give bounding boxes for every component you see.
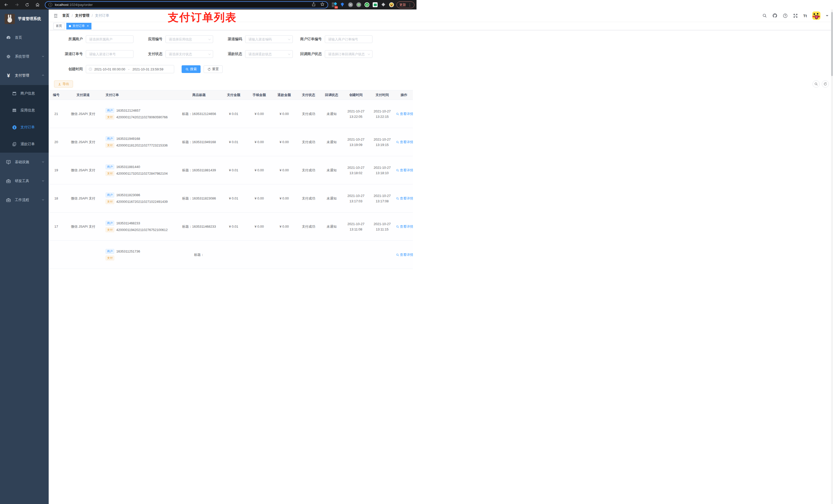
- export-button-label: 导出: [63, 82, 69, 86]
- sidebar-item-system[interactable]: 系统管理: [0, 47, 49, 66]
- cell-pay-order: 商户 1635311468233 支付 42000011942021102767…: [100, 213, 177, 241]
- cell-pay-time: 2021-10-2713:22:15: [370, 100, 395, 128]
- cell-actions: 查看详情: [395, 241, 413, 252]
- app-no-select[interactable]: [165, 35, 213, 43]
- refund-status-select[interactable]: [245, 50, 293, 58]
- extension-badge: 10: [335, 6, 338, 9]
- sidebar-item-workflow[interactable]: 工作流程: [0, 191, 49, 210]
- site-info-icon[interactable]: i: [48, 3, 52, 7]
- merchant-tag: 商户: [105, 164, 114, 169]
- sidebar-item-home[interactable]: 首页: [0, 28, 49, 47]
- channel-order-no-input[interactable]: [86, 50, 134, 58]
- extension-tampermonkey-icon[interactable]: 10: [332, 2, 337, 7]
- browser-menu-icon[interactable]: ⋮: [408, 3, 412, 7]
- browser-back-icon[interactable]: [4, 3, 8, 7]
- breadcrumb-home[interactable]: 首页: [62, 13, 69, 18]
- view-detail-link[interactable]: 查看详情: [396, 168, 413, 173]
- cell-actions: 查看详情: [395, 100, 413, 128]
- date-end-value: 2021-10-31 23:59:59: [133, 67, 163, 71]
- sidebar-item-refund-order[interactable]: 退款订单: [0, 136, 49, 153]
- cell-amount: ¥ 0.01: [221, 156, 246, 184]
- tag-home[interactable]: 首页: [53, 23, 65, 29]
- view-detail-link[interactable]: 查看详情: [396, 224, 413, 229]
- filter-label: 回调商户状态: [296, 52, 325, 56]
- cell-fee: ¥ 0.00: [246, 184, 272, 213]
- sidebar-item-payment[interactable]: ¥ 支付管理: [0, 66, 49, 85]
- view-detail-link[interactable]: 查看详情: [396, 112, 413, 116]
- view-detail-link[interactable]: 查看详情: [396, 140, 413, 144]
- col-actions: 操作: [395, 90, 413, 100]
- cell-pay-order: 商户 1635311949168 支付 42000011812021102777…: [100, 128, 177, 156]
- browser-reload-icon[interactable]: [25, 3, 29, 7]
- sidebar-item-merchant-info[interactable]: 商户信息: [0, 85, 49, 102]
- extension-sketch-icon[interactable]: [340, 2, 345, 7]
- search-button[interactable]: 搜索: [182, 65, 200, 73]
- sidebar-item-infrastructure[interactable]: 基础设施: [0, 153, 49, 172]
- channel-pay-no: 4200001167202110271022491439: [116, 200, 168, 203]
- date-range-picker[interactable]: 2021-10-01 00:00:00 - 2021-10-31 23:59:5…: [86, 65, 174, 73]
- merchant-order-no: 1635311468233: [116, 221, 140, 225]
- page-content: 所属商户 应用编号 渠道编码 商户订单编号 渠道订单号 支: [49, 30, 416, 252]
- cell-pay-order: 商户 1635312124657 支付 42000011742021102780…: [100, 100, 177, 128]
- notify-status-select[interactable]: [325, 50, 373, 58]
- view-detail-link[interactable]: 查看详情: [396, 196, 413, 201]
- cell-fee: ¥ 0.00: [246, 213, 272, 241]
- cell-title: 标题：: [177, 241, 221, 252]
- toolbox-icon: [6, 178, 11, 184]
- cell-pay-order: 商户 1635311251736 支付: [100, 241, 177, 252]
- main-area: 支付订单列表 首页 / 支付管理 / 支付订单 Tt 首页 支付订单 ✕: [49, 9, 416, 252]
- table-body: 21 微信 JSAPI 支付 商户 1635312124657 支付 42000…: [49, 100, 413, 252]
- sidebar-item-dev-tools[interactable]: 研发工具: [0, 172, 49, 191]
- cell-amount: ¥ 0.01: [221, 184, 246, 213]
- chevron-down-icon: [42, 160, 45, 164]
- export-button[interactable]: 导出: [54, 80, 73, 88]
- filter-pay-status: 支付状态: [137, 50, 213, 58]
- cell-notify: 未通知: [321, 156, 342, 184]
- gear-icon: [6, 54, 11, 59]
- merchant-order-no-input[interactable]: [325, 35, 373, 43]
- breadcrumb-payment[interactable]: 支付管理: [75, 13, 89, 18]
- cell-pay-time: 2021-10-2713:11:15: [370, 213, 395, 241]
- sidebar-fold-icon[interactable]: [53, 13, 58, 18]
- clock-icon: [89, 67, 92, 71]
- extension-status-icon[interactable]: [356, 2, 361, 7]
- cell-pay-time: 2021-10-2713:18:10: [370, 156, 395, 184]
- cell-create-time: 2021-10-2713:11:08: [342, 213, 370, 241]
- address-bar[interactable]: i localhost:1024/pay/order: [45, 1, 328, 8]
- extension-chat-icon[interactable]: [373, 2, 378, 7]
- channel-pay-no: 4200001181202110277723215336: [116, 143, 168, 147]
- cell-refund: ¥ 0.00: [272, 213, 296, 241]
- cell-channel: 微信 JSAPI 支付: [66, 156, 100, 184]
- app-logo[interactable]: 芋道管理系统: [0, 9, 49, 28]
- browser-home-icon[interactable]: [35, 3, 40, 7]
- merchant-input[interactable]: [86, 35, 134, 43]
- reset-button[interactable]: 重置: [204, 65, 222, 73]
- payment-submenu: 商户信息 应用信息 支付订单 退款订单: [0, 85, 49, 153]
- extension-y-icon[interactable]: y: [364, 2, 370, 7]
- browser-forward-icon[interactable]: [15, 3, 19, 7]
- breadcrumb: 首页 / 支付管理 / 支付订单: [62, 13, 110, 18]
- pay-status-select[interactable]: [165, 50, 213, 58]
- cell-fee: ¥ 0.00: [246, 128, 272, 156]
- col-amount: 支付金额: [221, 90, 246, 100]
- extensions-puzzle-icon[interactable]: [381, 2, 386, 7]
- table-row: 20 微信 JSAPI 支付 商户 1635311949168 支付 42000…: [49, 128, 413, 156]
- bookmark-star-icon[interactable]: [320, 2, 325, 7]
- filter-channel-order-no: 渠道订单号: [57, 50, 134, 58]
- filter-create-time: 创建时间 2021-10-01 00:00:00 - 2021-10-31 23…: [57, 65, 174, 73]
- filter-label: 商户订单编号: [296, 37, 325, 42]
- browser-update-button[interactable]: 更新 ⋮: [397, 2, 414, 8]
- channel-code-select[interactable]: [245, 35, 293, 43]
- sidebar-item-app-info[interactable]: 应用信息: [0, 102, 49, 119]
- filter-merchant-order-no: 商户订单编号: [296, 35, 373, 43]
- shop-icon: [12, 91, 17, 96]
- profile-avatar-icon[interactable]: [389, 2, 394, 7]
- tag-close-icon[interactable]: ✕: [87, 24, 89, 28]
- merchant-order-no: 1635311881440: [116, 165, 140, 169]
- table-toolbar: 导出: [49, 80, 416, 88]
- tag-pay-order[interactable]: 支付订单 ✕: [66, 23, 91, 29]
- share-icon[interactable]: [312, 2, 315, 7]
- extension-command-icon[interactable]: ⌘: [348, 2, 353, 7]
- table-header-row: 编号 支付渠道 支付订单 商品标题 支付金额 手续金额 退款金额 支付状态 回调…: [49, 90, 413, 100]
- sidebar-item-pay-order[interactable]: 支付订单: [0, 119, 49, 136]
